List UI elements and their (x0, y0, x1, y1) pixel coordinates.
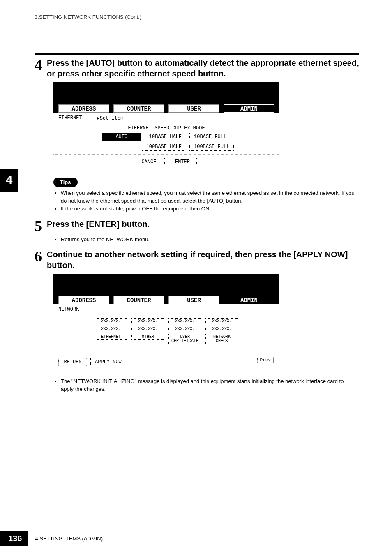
tab-address[interactable]: ADDRESS (58, 104, 109, 113)
chapter-thumb-tab: 4 (0, 169, 18, 192)
step5-notes: Returns you to the NETWORK menu. (61, 236, 357, 244)
tab-user[interactable]: USER (168, 104, 219, 113)
tab-address[interactable]: ADDRESS (58, 296, 109, 304)
step-4: 4 Press the [AUTO] button to automatical… (35, 58, 359, 79)
tips-list: When you select a specific ethernet spee… (61, 189, 357, 213)
return-button[interactable]: RETURN (58, 358, 87, 366)
step-5: 5 Press the [ENTER] button. (35, 219, 359, 233)
breadcrumb-setitem: ▶Set Item (97, 115, 124, 121)
net-item-button[interactable]: XXX.XXX. (131, 326, 164, 332)
enter-button[interactable]: ENTER (168, 158, 197, 166)
tab-counter[interactable]: COUNTER (113, 296, 164, 304)
screen-panel: NETWORK XXX.XXX. XXX.XXX. ETHERNET XXX.X… (53, 304, 279, 356)
user-certificate-button[interactable]: USERCERTIFICATE (168, 334, 201, 344)
step-note: Returns you to the NETWORK menu. (61, 236, 357, 244)
page-number: 136 (0, 531, 28, 546)
net-item-button[interactable]: XXX.XXX. (95, 318, 127, 324)
step6-notes: The "NETWORK INITIALIZING" message is di… (61, 378, 357, 393)
page-footer: 136 4.SETTING ITEMS (ADMIN) (0, 531, 103, 546)
apply-now-button[interactable]: APPLY NOW (90, 358, 126, 366)
cancel-button[interactable]: CANCEL (136, 158, 165, 166)
tip-item: When you select a specific ethernet spee… (61, 189, 357, 205)
breadcrumb-network: NETWORK (58, 307, 274, 312)
step-number: 5 (35, 219, 42, 233)
tab-admin[interactable]: ADMIN (224, 296, 274, 304)
net-item-button[interactable]: XXX.XXX. (205, 318, 238, 324)
10base-full-button[interactable]: 10BASE FULL (189, 133, 231, 141)
step-number: 4 (35, 58, 42, 79)
10base-half-button[interactable]: 10BASE HALF (145, 133, 186, 141)
prev-button[interactable]: Prev (257, 357, 274, 363)
step-title: Press the [ENTER] button. (47, 219, 150, 233)
tip-item: If the network is not stable, power OFF … (61, 205, 357, 213)
auto-button[interactable]: AUTO (102, 133, 141, 141)
100base-full-button[interactable]: 100BASE FULL (189, 143, 234, 151)
net-item-button[interactable]: XXX.XXX. (168, 318, 201, 324)
ethernet-button[interactable]: ETHERNET (95, 334, 127, 340)
screen-panel: ETHERNET ▶Set Item ETHERNET SPEED DUPLEX… (53, 113, 279, 170)
step-6: 6 Continue to another network setting if… (35, 249, 359, 270)
tab-user[interactable]: USER (168, 296, 219, 304)
footer-chapter: 4.SETTING ITEMS (ADMIN) (35, 536, 103, 542)
tips-label: Tips (53, 178, 78, 187)
page-content: 4 Press the [AUTO] button to automatical… (35, 58, 359, 399)
running-header: 3.SETTING NETWORK FUNCTIONS (Cont.) (0, 0, 392, 20)
screenshot-network-menu: ADDRESS COUNTER USER ADMIN NETWORK XXX.X… (53, 274, 279, 370)
step-note: The "NETWORK INITIALIZING" message is di… (61, 378, 357, 393)
mode-title: ETHERNET SPEED DUPLEX MODE (58, 125, 274, 131)
step-title: Continue to another network setting if r… (47, 249, 359, 270)
tab-admin[interactable]: ADMIN (224, 104, 274, 113)
breadcrumb-ethernet: ETHERNET (58, 115, 82, 121)
net-item-button[interactable]: XXX.XXX. (205, 326, 238, 332)
net-item-button[interactable]: XXX.XXX. (131, 318, 164, 324)
mode-tabs: ADDRESS COUNTER USER ADMIN (53, 296, 279, 304)
other-button[interactable]: OTHER (131, 334, 164, 340)
screenshot-ethernet-speed: ADDRESS COUNTER USER ADMIN ETHERNET ▶Set… (53, 82, 279, 170)
net-item-button[interactable]: XXX.XXX. (168, 326, 201, 332)
section-rule (35, 53, 359, 55)
net-item-button[interactable]: XXX.XXX. (95, 326, 127, 332)
tab-counter[interactable]: COUNTER (113, 104, 164, 113)
mode-tabs: ADDRESS COUNTER USER ADMIN (53, 104, 279, 113)
step-title: Press the [AUTO] button to automatically… (47, 58, 359, 79)
100base-half-button[interactable]: 100BASE HALF (142, 143, 186, 151)
step-number: 6 (35, 249, 42, 270)
network-check-button[interactable]: NETWORKCHECK (205, 334, 238, 344)
